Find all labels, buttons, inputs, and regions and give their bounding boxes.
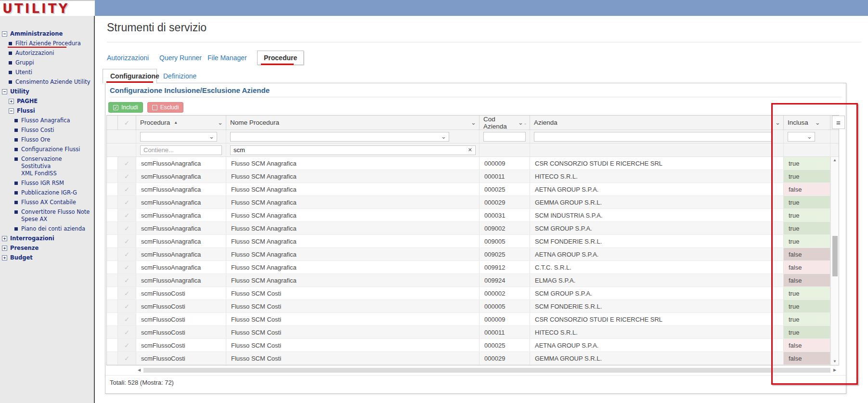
sidebar-item-budget[interactable]: +Budget bbox=[0, 253, 93, 263]
column-header-procedura[interactable]: Procedura ▲ ⌄ bbox=[136, 116, 226, 130]
cod-azienda-filter-input[interactable] bbox=[483, 132, 526, 142]
row-check-icon[interactable]: ✓ bbox=[118, 196, 136, 208]
column-header-nome-procedura[interactable]: Nome Procedura ⌄ bbox=[226, 116, 479, 130]
table-row[interactable]: ✓scmFlussoCostiFlusso SCM Costi000025AET… bbox=[107, 339, 830, 352]
sidebar-item-utility[interactable]: −Utility bbox=[0, 87, 93, 97]
table-row[interactable]: ✓scmFlussoAnagraficaFlusso SCM Anagrafic… bbox=[107, 261, 830, 274]
includi-button[interactable]: ✓ Includi bbox=[108, 102, 143, 113]
cell-cod: 009912 bbox=[479, 261, 530, 273]
collapse-icon[interactable]: − bbox=[2, 89, 7, 94]
tab-file-manager[interactable]: File Manager bbox=[207, 51, 247, 65]
sidebar-item-flussi[interactable]: −Flussi bbox=[0, 106, 93, 116]
sidebar-item-flusso-costi[interactable]: Flusso Costi bbox=[0, 126, 93, 135]
scroll-down-icon[interactable]: ▼ bbox=[831, 358, 839, 365]
row-check-icon[interactable]: ✓ bbox=[118, 235, 136, 247]
row-check-icon[interactable]: ✓ bbox=[118, 157, 136, 169]
sidebar-item-flusso-anagrafica[interactable]: Flusso Anagrafica bbox=[0, 116, 93, 126]
tab-procedure[interactable]: Procedure bbox=[257, 51, 304, 65]
escludi-button[interactable]: Escludi bbox=[147, 102, 184, 113]
sidebar-item-interrogazioni[interactable]: +Interrogazioni bbox=[0, 234, 93, 244]
sidebar-item-presenze[interactable]: +Presenze bbox=[0, 244, 93, 253]
vertical-scrollbar-thumb[interactable] bbox=[832, 236, 838, 276]
top-blue-bar bbox=[95, 0, 868, 16]
row-check-icon[interactable]: ✓ bbox=[118, 170, 136, 182]
column-header-inclusa[interactable]: Inclusa ⌄ bbox=[784, 116, 830, 130]
expand-icon[interactable]: + bbox=[2, 255, 7, 260]
table-row[interactable]: ✓scmFlussoAnagraficaFlusso SCM Anagrafic… bbox=[107, 274, 830, 287]
azienda-filter-input[interactable] bbox=[534, 132, 772, 142]
expand-icon[interactable]: + bbox=[2, 236, 7, 241]
sidebar-item-gruppi[interactable]: Gruppi bbox=[0, 58, 93, 68]
horizontal-scrollbar[interactable]: ◀ ▶ bbox=[136, 367, 838, 374]
sidebar-item-autorizzazioni[interactable]: Autorizzazioni bbox=[0, 49, 93, 58]
scroll-left-icon[interactable]: ◀ bbox=[136, 367, 143, 374]
row-check-icon[interactable]: ✓ bbox=[118, 352, 136, 364]
sidebar-item-flusso-ore[interactable]: Flusso Ore bbox=[0, 135, 93, 145]
vertical-scrollbar[interactable]: ▲ ▼ bbox=[830, 157, 839, 365]
expand-icon[interactable]: + bbox=[2, 246, 7, 251]
chevron-down-icon[interactable]: ⌄ bbox=[218, 120, 223, 125]
chevron-down-icon[interactable]: ⌄ bbox=[518, 120, 523, 125]
table-row[interactable]: ✓scmFlussoCostiFlusso SCM Costi000029GEM… bbox=[107, 352, 830, 365]
table-row[interactable]: ✓scmFlussoAnagraficaFlusso SCM Anagrafic… bbox=[107, 170, 830, 183]
table-row[interactable]: ✓scmFlussoAnagraficaFlusso SCM Anagrafic… bbox=[107, 157, 830, 170]
sidebar-item-censimento-aziende-utility[interactable]: Censimento Aziende Utility bbox=[0, 78, 93, 87]
chevron-down-icon[interactable]: ⌄ bbox=[815, 120, 820, 125]
sidebar-item-flusso-igr-rsm[interactable]: Flusso IGR RSM bbox=[0, 179, 93, 188]
row-check-icon[interactable]: ✓ bbox=[118, 300, 136, 312]
scroll-right-icon[interactable]: ▶ bbox=[831, 367, 838, 374]
procedura-filter-select[interactable]: ⌄ bbox=[140, 132, 217, 142]
row-check-icon[interactable]: ✓ bbox=[118, 326, 136, 338]
clear-filter-icon[interactable]: ✕ bbox=[468, 147, 472, 153]
tab-autorizzazioni[interactable]: Autorizzazioni bbox=[107, 51, 149, 65]
row-check-icon[interactable]: ✓ bbox=[118, 209, 136, 221]
expand-icon[interactable]: + bbox=[9, 99, 14, 104]
table-row[interactable]: ✓scmFlussoCostiFlusso SCM Costi000009CSR… bbox=[107, 313, 830, 326]
sidebar-item-conservazione-sostitutiva[interactable]: Conservazione Sostitutiva XML FondISS bbox=[0, 155, 93, 179]
table-row[interactable]: ✓scmFlussoAnagraficaFlusso SCM Anagrafic… bbox=[107, 248, 830, 261]
table-row[interactable]: ✓scmFlussoCostiFlusso SCM Costi000005SCM… bbox=[107, 300, 830, 313]
sidebar-item-piano-dei-conti-azienda[interactable]: Piano dei conti azienda bbox=[0, 224, 93, 234]
subtab-definizione[interactable]: Definizione bbox=[163, 69, 196, 83]
table-row[interactable]: ✓scmFlussoAnagraficaFlusso SCM Anagrafic… bbox=[107, 183, 830, 196]
sidebar-item-flusso-ax-contabile[interactable]: Flusso AX Contabile bbox=[0, 198, 93, 208]
row-check-icon[interactable]: ✓ bbox=[118, 339, 136, 351]
tab-query-runner[interactable]: Query Runner bbox=[159, 51, 202, 65]
chevron-down-icon[interactable]: ⌄ bbox=[775, 120, 780, 125]
row-check-icon[interactable]: ✓ bbox=[118, 183, 136, 195]
bullet-icon bbox=[9, 61, 12, 65]
sidebar-item-configurazione-flussi[interactable]: Configurazione Flussi bbox=[0, 145, 93, 155]
chevron-down-icon[interactable]: ⌄ bbox=[471, 120, 476, 125]
procedura-contains-filter-input[interactable] bbox=[140, 145, 222, 155]
table-row[interactable]: ✓scmFlussoAnagraficaFlusso SCM Anagrafic… bbox=[107, 196, 830, 209]
sidebar-item-utenti[interactable]: Utenti bbox=[0, 68, 93, 78]
sidebar-item-convertitore-flusso-note[interactable]: Convertitore Flusso Note Spese AX bbox=[0, 208, 93, 224]
table-row[interactable]: ✓scmFlussoAnagraficaFlusso SCM Anagrafic… bbox=[107, 209, 830, 222]
column-header-cod-azienda[interactable]: Cod Azienda ⌄.. bbox=[479, 116, 530, 130]
sidebar-item-label: Flusso Ore bbox=[21, 136, 50, 143]
scroll-up-icon[interactable]: ▲ bbox=[831, 157, 839, 164]
sidebar-item-paghe[interactable]: +PAGHE bbox=[0, 97, 93, 106]
horizontal-scrollbar-thumb[interactable] bbox=[143, 368, 830, 373]
table-row[interactable]: ✓scmFlussoCostiFlusso SCM Costi000002SCM… bbox=[107, 287, 830, 300]
row-check-icon[interactable]: ✓ bbox=[118, 313, 136, 325]
sidebar-item-amministrazione[interactable]: −Amministrazione bbox=[0, 29, 93, 39]
nome-procedura-filter-select[interactable]: ⌄ bbox=[230, 132, 449, 142]
row-check-icon[interactable]: ✓ bbox=[118, 274, 136, 286]
column-header-azienda[interactable]: Azienda ⌄ bbox=[530, 116, 784, 130]
row-check-icon[interactable]: ✓ bbox=[118, 222, 136, 234]
collapse-icon[interactable]: − bbox=[9, 108, 14, 114]
inclusa-filter-select[interactable]: ⌄ bbox=[788, 132, 815, 142]
table-row[interactable]: ✓scmFlussoAnagraficaFlusso SCM Anagrafic… bbox=[107, 235, 830, 248]
row-check-icon[interactable]: ✓ bbox=[118, 261, 136, 273]
nome-procedura-search-input[interactable] bbox=[230, 145, 476, 155]
table-row[interactable]: ✓scmFlussoAnagraficaFlusso SCM Anagrafic… bbox=[107, 222, 830, 235]
column-header-inclusa-label: Inclusa bbox=[788, 119, 808, 126]
sidebar-item-pubblicazione-igr-g[interactable]: Pubblicazione IGR-G bbox=[0, 188, 93, 198]
row-check-icon[interactable]: ✓ bbox=[118, 248, 136, 260]
select-all-column-header[interactable]: ✓ bbox=[118, 116, 136, 130]
collapse-icon[interactable]: − bbox=[2, 31, 7, 37]
row-check-icon[interactable]: ✓ bbox=[118, 287, 136, 299]
column-menu-button[interactable]: ≡ bbox=[832, 116, 845, 129]
table-row[interactable]: ✓scmFlussoCostiFlusso SCM Costi000011HIT… bbox=[107, 326, 830, 339]
